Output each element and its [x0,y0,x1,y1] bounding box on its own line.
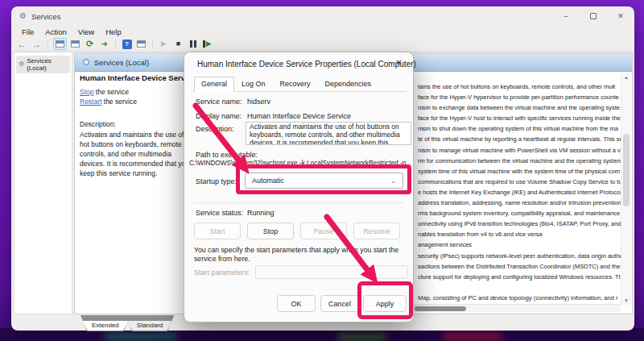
scroll-up-icon[interactable]: ▲ [621,75,631,80]
dialog-tab[interactable]: Recovery [273,77,318,92]
menu-item[interactable]: Action [39,27,72,36]
services-list: tains the use of hot buttons on keyboard… [418,81,621,306]
view-tabs: ExtendedStandard [80,315,174,331]
dialog-tab[interactable]: Log On [234,77,273,92]
display-name-label: Display name: [196,112,242,120]
service-name-label: Service name: [196,98,242,106]
stop-button[interactable]: Stop [247,222,294,239]
service-list-row[interactable]: cture support for deploying and configur… [418,272,621,282]
services-app-icon: ⚙ [19,12,27,20]
startup-type-label: Startup type: [196,177,237,185]
startup-type-value: Automatic [252,177,284,185]
stop-service-icon[interactable]: ■ [172,38,184,50]
stop-service-link[interactable]: Stop [80,88,94,96]
service-list-row[interactable]: Map, consisting of PC and device topolog… [418,293,621,303]
path-value: C:\WINDOWS\system32\svchost.exe -k Local… [189,160,411,167]
panel-header-label: Services (Local) [94,58,149,67]
show-hide-tree-button[interactable] [135,38,147,50]
view-tab[interactable]: Standard [126,315,174,331]
ok-button[interactable]: OK [277,295,316,312]
service-list-row[interactable]: tains the use of hot buttons on keyboard… [418,81,621,92]
toolbar-separator [115,40,116,49]
service-list-row[interactable]: communications that are required to use … [418,177,621,187]
service-list-row[interactable]: e hosts the Internet Key Exchange (IKE) … [418,187,621,198]
selected-service-title: Human Interface Device Service [80,73,196,82]
tree-item-label: Services (Local) [27,57,68,72]
toolbar: ← → ⟳ ➜ ? ▶ ■ ▶ [11,37,634,52]
startup-type-dropdown[interactable]: Automatic ⌄ [245,173,403,189]
window-title: Services [31,12,60,21]
service-status-value: Running [247,209,275,217]
console-tree-pane: ⚙ Services (Local) [14,52,72,314]
service-list-row[interactable]: onnectivity using IPv6 transition techno… [418,218,621,229]
toolbar-separator [152,40,153,49]
back-icon[interactable]: ← [16,38,28,50]
maximize-icon [590,13,597,19]
horizontal-scroll-thumb[interactable] [415,306,466,311]
service-list-row[interactable]: nism to exchange data between the virtua… [418,102,621,113]
dialog-tabs: GeneralLog OnRecoveryDependencies [194,77,378,92]
start-button[interactable]: Start [194,222,241,239]
start-parameters-label: Start parameters: [194,268,250,277]
pause-button[interactable]: Pause [300,222,347,239]
service-list-row[interactable]: face for the Hyper-V hypervisor to provi… [418,92,621,102]
pause-service-icon[interactable] [187,38,199,50]
start-parameters-help: You can specify the start parameters tha… [194,246,402,264]
maximize-button[interactable] [580,6,607,26]
stop-service-text: the service [94,88,129,96]
restart-service-icon[interactable]: ▶ [201,38,213,50]
minimize-button[interactable]: – [552,6,580,26]
service-list-row[interactable]: anagement services [418,239,621,250]
refresh-icon[interactable]: ⟳ [84,38,96,50]
apply-button[interactable]: Apply [363,295,407,312]
tree-item-services-local[interactable]: ⚙ Services (Local) [16,56,70,73]
dialog-tab[interactable]: Dependencies [318,77,379,92]
service-status-label: Service status: [196,209,243,217]
resume-button[interactable]: Resume [353,222,400,239]
vertical-scrollbar[interactable]: ▲ ▼ [621,73,631,305]
description-textbox[interactable]: Activates and maintains the use of hot b… [246,122,411,145]
vertical-scroll-thumb[interactable] [623,134,630,206]
dialog-description-label: Description: [196,125,234,133]
close-button[interactable]: ✕ [607,6,634,26]
menu-item[interactable]: File [16,27,39,36]
view-tab[interactable]: Extended [80,315,130,331]
restart-service-link[interactable]: Restart [80,98,101,106]
service-list-row[interactable]: face for the Hyper-V host to interact wi… [418,113,621,123]
menu-item[interactable]: Help [100,27,127,36]
service-list-row[interactable]: nism to manage virtual machine with Powe… [418,145,621,156]
wallpaper-blob [105,331,177,341]
service-list-row[interactable]: rms background system inventory, compati… [418,208,621,218]
service-list-row[interactable]: sactions between the Distributed Transac… [418,261,621,272]
start-parameters-input[interactable] [255,265,408,279]
properties-dialog: Human Interface Device Service Propertie… [184,52,414,322]
wallpaper-blob [338,332,386,341]
service-list-row[interactable]: address translation, addressing, name re… [418,198,621,208]
service-list-row[interactable]: security (IPsec) supports network-level … [418,251,621,261]
forward-icon[interactable]: → [31,38,43,50]
service-list-row[interactable] [418,282,621,293]
properties-button[interactable] [69,38,81,50]
help-button[interactable]: ? [121,38,133,50]
title-bar[interactable]: ⚙ Services – ✕ [11,6,634,26]
service-name-value: hidserv [247,98,270,106]
menu-item[interactable]: View [72,27,100,36]
display-name-value: Human Interface Device Service [247,112,351,120]
dialog-tab[interactable]: General [194,77,234,92]
cancel-button[interactable]: Cancel [320,295,359,312]
description-label: Description: [80,120,116,128]
service-list-row[interactable]: system time of this virtual machine with… [418,166,621,177]
dialog-close-icon[interactable]: ✕ [396,58,402,67]
help-icon: ? [122,40,132,49]
service-list-row[interactable]: nism to shut down the operating system o… [418,123,621,134]
dialog-title: Human Interface Device Service Propertie… [197,60,416,69]
service-list-row[interactable]: te of this virtual machine by reporting … [418,134,621,144]
tree-window-icon [137,40,146,48]
show-console-root-button[interactable] [53,38,67,50]
scroll-down-icon[interactable]: ▼ [621,298,631,303]
export-list-icon[interactable]: ➜ [98,38,110,50]
panel-header-icon [83,59,89,65]
service-list-row[interactable]: nables translation from v4 to v6 and vic… [418,229,621,239]
start-service-icon[interactable]: ▶ [158,38,170,50]
service-list-row[interactable]: rm for communication between the virtual… [418,156,621,166]
